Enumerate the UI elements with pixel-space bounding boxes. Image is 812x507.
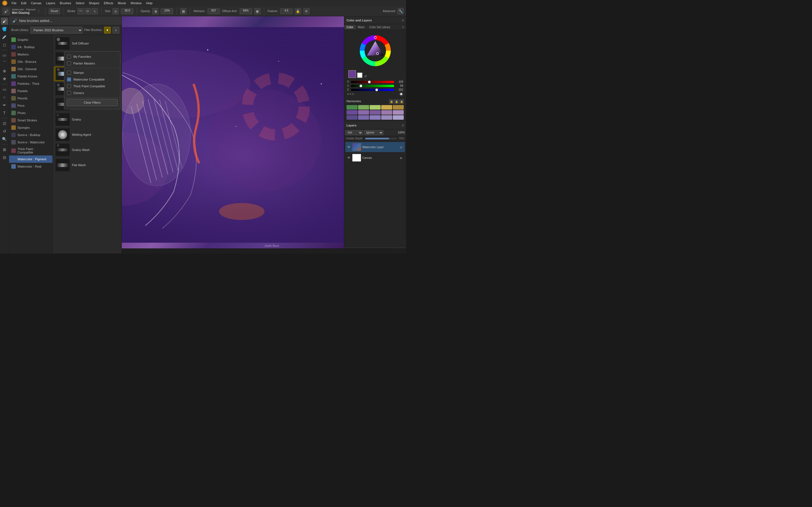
harmony-2-5[interactable] [393, 110, 404, 115]
harmonies-lock-1[interactable]: 🔒 [389, 100, 394, 104]
layer-canvas[interactable]: 👁 Canvas ▶ [345, 153, 405, 163]
clear-filters-button[interactable]: Clear Filters [66, 99, 118, 106]
stroke-icon-1[interactable]: 〜 [78, 8, 84, 14]
category-thick-paint[interactable]: Thick Paint : Compatible [9, 146, 52, 156]
filter-cloners[interactable]: Cloners [64, 90, 120, 96]
harmony-3-4[interactable] [381, 115, 392, 120]
brush-grainy-wash[interactable]: Grainy Wash [54, 143, 120, 157]
settings-icon[interactable]: ⚙ [303, 8, 310, 14]
stroke-icon-2[interactable]: ⟳ [85, 8, 91, 14]
harmonies-lock-2[interactable]: 🔒 [394, 100, 399, 104]
layer-watercolor-visibility[interactable]: 👁 [347, 145, 351, 149]
harmony-3-5[interactable] [393, 115, 404, 120]
brush-icon[interactable]: 🖌 [2, 7, 10, 15]
tool-rotate[interactable]: ↺ [1, 128, 8, 135]
menu-canvas[interactable]: Canvas [29, 1, 43, 5]
reset-button[interactable]: Reset [49, 8, 60, 14]
tool-magnify[interactable]: 🔍 [1, 135, 8, 143]
green-slider-thumb[interactable] [359, 84, 362, 87]
category-pastels[interactable]: Pastels [9, 87, 52, 95]
tool-brush[interactable]: 🖌 [1, 17, 8, 25]
filter-settings-btn[interactable]: ≡ [112, 27, 119, 34]
category-pens[interactable]: Pens [9, 102, 52, 109]
filter-thick-paint-compatible[interactable]: Thick Paint Compatible [64, 83, 120, 90]
background-color-swatch[interactable] [357, 72, 363, 78]
filter-my-favorites[interactable]: My Favorites [64, 53, 120, 60]
menu-layers[interactable]: Layers [44, 1, 57, 5]
category-graphic[interactable]: Graphic [9, 36, 52, 43]
color-wheel-container[interactable] [357, 33, 394, 69]
harmony-3-3[interactable] [370, 115, 380, 120]
brush-grainy[interactable]: Grainy [54, 112, 120, 127]
secondary-mode-select[interactable]: Ignore Preserve [364, 130, 384, 135]
opacity-icon[interactable]: ◑ [152, 8, 158, 14]
tool-crop[interactable]: ⊡ [1, 120, 8, 127]
tool-mirror[interactable]: ⊞ [1, 146, 8, 153]
tool-grid[interactable]: ⊟ [1, 154, 8, 161]
category-oils-general[interactable]: Oils : General [9, 65, 52, 73]
foreground-color-swatch[interactable] [348, 70, 356, 78]
stroke-icon-3[interactable]: ∿ [92, 8, 98, 14]
layer-watercolor[interactable]: 👁 Watercolor Layer ▶ [345, 142, 405, 152]
tool-eraser[interactable]: ◻ [1, 41, 8, 48]
tool-transform[interactable]: ⊕ [1, 67, 8, 75]
category-watercolor-real[interactable]: Watercolor : Real [9, 163, 52, 170]
color-picker-icon[interactable] [399, 92, 403, 96]
red-slider-track[interactable] [351, 81, 394, 83]
menu-movie[interactable]: Movie [116, 1, 128, 5]
filter-stamps[interactable]: Stamps [64, 69, 120, 76]
tab-color-set-library[interactable]: Color Set Library [367, 25, 393, 29]
category-photo[interactable]: Photo [9, 109, 52, 117]
harmony-1-4[interactable] [381, 105, 392, 110]
category-ink-buildup[interactable]: Ink : Buildup [9, 43, 52, 51]
opacity-value[interactable]: 23% [161, 8, 173, 14]
tool-select-lasso[interactable]: ⌒ [1, 59, 8, 67]
layer-watercolor-options[interactable]: ▶ [399, 145, 404, 149]
filter-watercolor-compatible[interactable]: Watercolor Compatible [64, 76, 120, 83]
harmony-1-1[interactable] [347, 105, 357, 110]
brush-wetting-agent[interactable]: Wetting Agent [54, 127, 120, 142]
media-icon[interactable]: ▦ [180, 8, 186, 14]
tool-text[interactable]: T [1, 109, 8, 117]
library-select[interactable]: Painter 2022 Brushes [31, 27, 82, 34]
harmony-1-3[interactable] [370, 105, 380, 110]
category-sumi-watercolor[interactable]: Sumi-e : Watercolor [9, 138, 52, 146]
menu-edit[interactable]: Edit [19, 1, 29, 5]
harmony-1-2[interactable] [358, 105, 369, 110]
harmonies-lock-3[interactable]: 🔒 [399, 100, 404, 104]
swap-colors-icon[interactable]: ⇄ [363, 74, 367, 78]
tool-pen[interactable]: ✒ [1, 101, 8, 109]
harmony-3-2[interactable] [358, 115, 369, 120]
lock-icon[interactable]: 🔒 [295, 8, 301, 14]
tab-mixer[interactable]: Mixer [356, 25, 367, 29]
harmony-2-3[interactable] [370, 110, 380, 115]
tool-shape-rect[interactable]: ▭ [1, 86, 8, 93]
tab-color[interactable]: Color [344, 25, 356, 29]
blend-mode-select[interactable]: Gel Normal Multiply [345, 130, 363, 135]
diffuse-value[interactable]: 58% [240, 8, 252, 14]
harmony-2-4[interactable] [381, 110, 392, 115]
size-value[interactable]: 30.0 [121, 8, 133, 14]
stamps-checkbox[interactable] [67, 71, 71, 75]
advanced-icon[interactable]: 🔧 [398, 8, 404, 14]
green-slider-track[interactable] [351, 85, 394, 87]
category-sumi-buildup[interactable]: Sumi-e : Buildup [9, 131, 52, 138]
tool-shape-ellipse[interactable]: ○ [1, 94, 8, 101]
favorites-checkbox[interactable] [67, 55, 71, 59]
harmony-2-1[interactable] [347, 110, 357, 115]
menu-effects[interactable]: Effects [102, 1, 115, 5]
diffuse-icon[interactable]: ▣ [254, 8, 260, 14]
category-smart-strokes[interactable]: Smart Strokes [9, 117, 52, 124]
menu-shapes[interactable]: Shapes [87, 1, 101, 5]
layer-canvas-options[interactable]: ▶ [399, 156, 404, 160]
watercolor-compatible-checkbox[interactable] [67, 77, 71, 81]
brush-flat-wash[interactable]: Flat Wash [54, 158, 120, 172]
painter-masters-checkbox[interactable] [67, 61, 71, 65]
menu-select[interactable]: Select [73, 1, 86, 5]
harmony-1-5[interactable] [393, 105, 404, 110]
category-particles-thick[interactable]: Particles : Thick [9, 80, 52, 87]
layer-canvas-visibility[interactable]: 👁 [347, 156, 351, 160]
category-palette-knives[interactable]: Palette Knives [9, 73, 52, 80]
panel-options-icon[interactable]: ≡ [402, 18, 404, 22]
category-markers[interactable]: Markers [9, 51, 52, 58]
